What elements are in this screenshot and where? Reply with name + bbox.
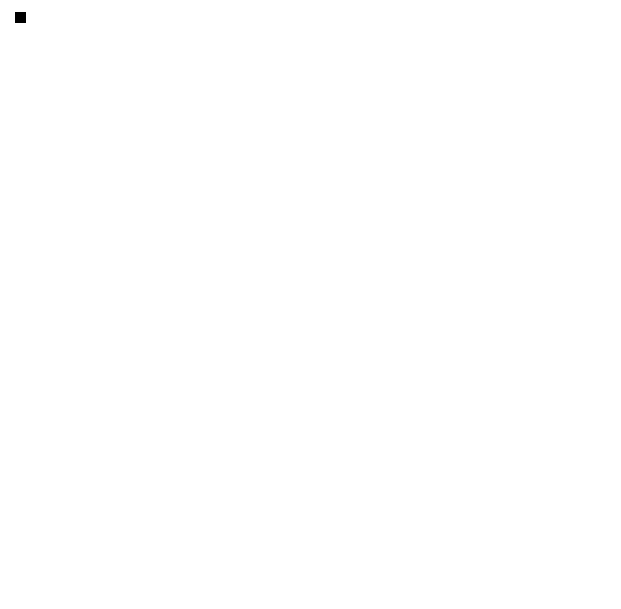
cell-title-a1[interactable]: [28, 25, 621, 52]
select-all-corner[interactable]: [0, 0, 28, 25]
spreadsheet-canvas[interactable]: [0, 0, 621, 609]
select-all-icon: [15, 12, 26, 23]
